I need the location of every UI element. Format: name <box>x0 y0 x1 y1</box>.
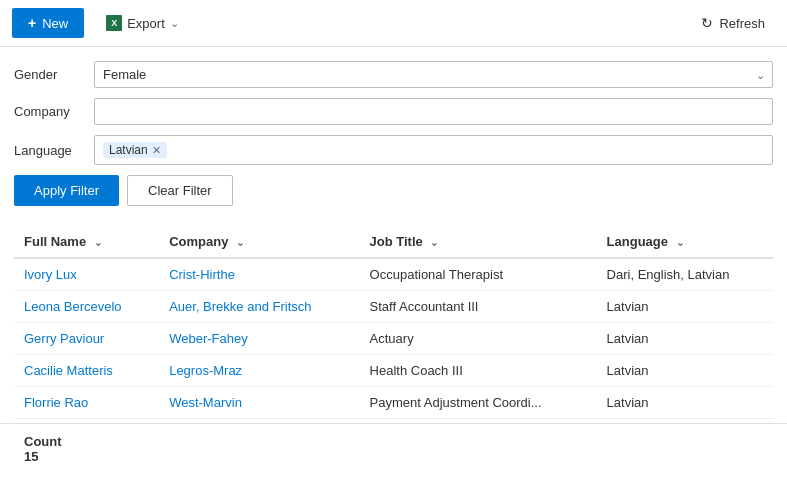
table-row: Florrie RaoWest-MarvinPayment Adjustment… <box>14 387 773 419</box>
table-row: Leona BerceveloAuer, Brekke and FritschS… <box>14 291 773 323</box>
cell-jobtitle: Health Coach III <box>360 355 597 387</box>
apply-filter-button[interactable]: Apply Filter <box>14 175 119 206</box>
cell-fullname[interactable]: Ivory Lux <box>14 258 159 291</box>
language-tag-close-icon[interactable]: ✕ <box>152 145 161 156</box>
refresh-button[interactable]: ↻ Refresh <box>691 8 775 38</box>
cell-company[interactable]: West-Marvin <box>159 387 359 419</box>
gender-select[interactable]: Female Male Other <box>94 61 773 88</box>
refresh-button-label: Refresh <box>719 16 765 31</box>
cell-fullname[interactable]: Cacilie Matteris <box>14 355 159 387</box>
new-button[interactable]: + New <box>12 8 84 38</box>
company-input[interactable] <box>94 98 773 125</box>
cell-company[interactable]: Weber-Fahey <box>159 323 359 355</box>
col-header-company-label: Company <box>169 234 228 249</box>
cell-company[interactable]: Auer, Brekke and Fritsch <box>159 291 359 323</box>
refresh-icon: ↻ <box>701 15 713 31</box>
table-footer: Count 15 <box>0 423 787 474</box>
cell-language: Latvian <box>597 323 773 355</box>
cell-jobtitle: Occupational Therapist <box>360 258 597 291</box>
toolbar: + New X Export ⌄ ↻ Refresh <box>0 0 787 47</box>
col-header-fullname-label: Full Name <box>24 234 86 249</box>
language-tag-latvian: Latvian ✕ <box>103 142 167 158</box>
language-filter-row: Language Latvian ✕ <box>14 135 773 165</box>
language-tag-label: Latvian <box>109 143 148 157</box>
cell-fullname[interactable]: Gerry Paviour <box>14 323 159 355</box>
col-header-company[interactable]: Company ⌄ <box>159 226 359 258</box>
language-input-wrap: Latvian ✕ <box>94 135 773 165</box>
gender-label: Gender <box>14 67 94 82</box>
data-table: Full Name ⌄ Company ⌄ Job Title ⌄ Langua… <box>14 226 773 419</box>
cell-language: Dari, English, Latvian <box>597 258 773 291</box>
table-header: Full Name ⌄ Company ⌄ Job Title ⌄ Langua… <box>14 226 773 258</box>
count-label: Count <box>24 434 763 449</box>
company-label: Company <box>14 104 94 119</box>
export-button[interactable]: X Export ⌄ <box>96 8 189 38</box>
excel-icon: X <box>106 15 122 31</box>
cell-jobtitle: Staff Accountant III <box>360 291 597 323</box>
table-body: Ivory LuxCrist-HirtheOccupational Therap… <box>14 258 773 419</box>
col-header-language-label: Language <box>607 234 668 249</box>
col-header-language[interactable]: Language ⌄ <box>597 226 773 258</box>
col-fullname-sort-icon: ⌄ <box>94 237 102 248</box>
clear-filter-button[interactable]: Clear Filter <box>127 175 233 206</box>
filter-buttons: Apply Filter Clear Filter <box>14 175 773 206</box>
col-company-sort-icon: ⌄ <box>236 237 244 248</box>
table-header-row: Full Name ⌄ Company ⌄ Job Title ⌄ Langua… <box>14 226 773 258</box>
table-row: Cacilie MatterisLegros-MrazHealth Coach … <box>14 355 773 387</box>
cell-language: Latvian <box>597 387 773 419</box>
company-filter-row: Company <box>14 98 773 125</box>
export-button-label: Export <box>127 16 165 31</box>
col-jobtitle-sort-icon: ⌄ <box>430 237 438 248</box>
plus-icon: + <box>28 15 36 31</box>
cell-fullname[interactable]: Leona Bercevelo <box>14 291 159 323</box>
count-value: 15 <box>24 449 763 464</box>
export-chevron-icon: ⌄ <box>170 17 179 30</box>
data-table-container: Full Name ⌄ Company ⌄ Job Title ⌄ Langua… <box>0 226 787 419</box>
new-button-label: New <box>42 16 68 31</box>
company-input-wrap <box>94 98 773 125</box>
cell-company[interactable]: Legros-Mraz <box>159 355 359 387</box>
cell-jobtitle: Actuary <box>360 323 597 355</box>
col-language-sort-icon: ⌄ <box>676 237 684 248</box>
filter-area: Gender Female Male Other ⌄ Company Langu… <box>0 47 787 216</box>
gender-filter-row: Gender Female Male Other ⌄ <box>14 61 773 88</box>
table-row: Gerry PaviourWeber-FaheyActuaryLatvian <box>14 323 773 355</box>
cell-language: Latvian <box>597 291 773 323</box>
col-header-jobtitle-label: Job Title <box>370 234 423 249</box>
table-row: Ivory LuxCrist-HirtheOccupational Therap… <box>14 258 773 291</box>
cell-jobtitle: Payment Adjustment Coordi... <box>360 387 597 419</box>
gender-select-wrap: Female Male Other ⌄ <box>94 61 773 88</box>
col-header-fullname[interactable]: Full Name ⌄ <box>14 226 159 258</box>
col-header-jobtitle[interactable]: Job Title ⌄ <box>360 226 597 258</box>
toolbar-left: + New X Export ⌄ <box>12 8 189 38</box>
cell-language: Latvian <box>597 355 773 387</box>
cell-company[interactable]: Crist-Hirthe <box>159 258 359 291</box>
cell-fullname[interactable]: Florrie Rao <box>14 387 159 419</box>
gender-input-wrap: Female Male Other ⌄ <box>94 61 773 88</box>
language-tag-input[interactable]: Latvian ✕ <box>94 135 773 165</box>
language-label: Language <box>14 143 94 158</box>
